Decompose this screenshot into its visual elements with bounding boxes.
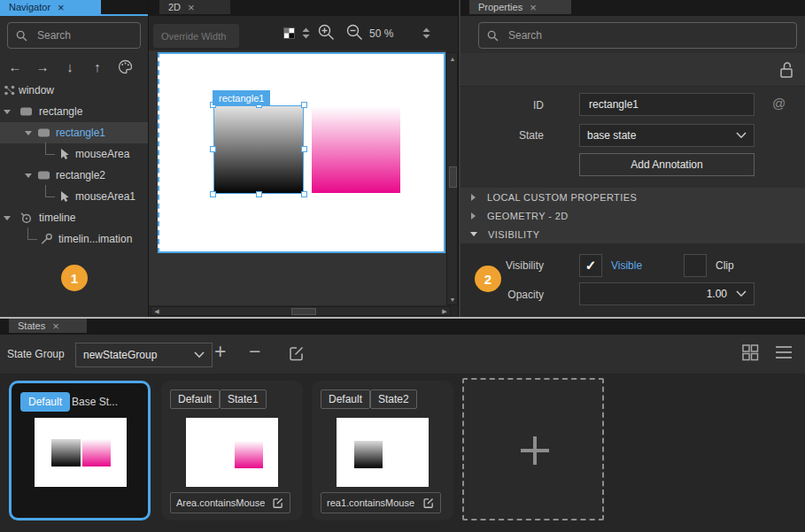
id-input[interactable] — [587, 97, 747, 112]
thumbnail-rectangle2 — [235, 441, 263, 468]
tree-item-mousearea[interactable]: mouseArea — [0, 143, 149, 165]
tab-states[interactable]: States × — [9, 319, 87, 333]
state-card-state2[interactable]: Default State2 rea1.containsMouse — [312, 381, 453, 520]
expander-icon[interactable] — [25, 173, 32, 178]
section-visibility[interactable]: VISIBILITY — [461, 225, 805, 244]
close-icon[interactable]: × — [188, 2, 195, 13]
minus-icon: − — [249, 340, 260, 363]
add-annotation-button[interactable]: Add Annotation — [579, 153, 755, 176]
close-icon[interactable]: × — [52, 320, 59, 332]
add-state-slot[interactable] — [462, 378, 604, 520]
color-palette-button[interactable] — [115, 57, 135, 76]
tab-navigator[interactable]: Navigator × — [0, 0, 101, 14]
add-state-group-button[interactable]: + — [214, 340, 226, 364]
expander-icon[interactable] — [4, 110, 11, 114]
collapsed-arrow-icon — [471, 212, 476, 220]
visibility-section-body — [461, 243, 805, 317]
edit-icon[interactable] — [422, 497, 435, 509]
scroll-down-button[interactable]: ▼ — [447, 294, 458, 305]
rename-state-group-button[interactable] — [288, 344, 306, 362]
lock-button[interactable] — [777, 60, 796, 80]
expander-icon[interactable] — [4, 216, 11, 220]
move-down-button[interactable]: ↓ — [60, 57, 80, 76]
selection-handle[interactable] — [256, 191, 262, 197]
horizontal-scrollbar-thumb[interactable] — [291, 308, 316, 315]
canvas-item-rectangle1[interactable] — [214, 106, 303, 193]
override-width-field[interactable] — [153, 24, 239, 48]
scroll-right-button[interactable]: ▶ — [439, 307, 450, 316]
default-badge[interactable]: Default — [321, 389, 370, 409]
move-forward-button[interactable]: → — [33, 57, 52, 76]
selection-handle[interactable] — [210, 146, 216, 152]
tree-item-rectangle1[interactable]: rectangle1 — [0, 122, 149, 143]
state-card-state1[interactable]: Default State1 Area.containsMouse — [161, 381, 303, 520]
zoom-out-button[interactable] — [345, 23, 364, 42]
expander-icon[interactable] — [25, 131, 32, 135]
down-arrow-icon: ↓ — [66, 59, 74, 74]
section-local-custom-properties[interactable]: LOCAL CUSTOM PROPERTIES — [461, 188, 805, 207]
tab-2d[interactable]: 2D × — [159, 0, 230, 14]
selection-handle[interactable] — [301, 102, 307, 108]
navigator-search[interactable] — [7, 22, 141, 49]
canvas-toolbar: 50 % — [149, 16, 459, 50]
state-card-base[interactable]: Default Base St... — [9, 381, 151, 520]
canvas-item-rectangle2[interactable] — [312, 106, 400, 193]
tree-item-rectangle[interactable]: rectangle — [0, 101, 149, 122]
selection-handle[interactable] — [210, 191, 216, 197]
visible-checkbox[interactable]: ✓ — [579, 254, 602, 277]
state-label: State — [461, 129, 544, 142]
rectangle-icon — [38, 172, 50, 180]
remove-state-group-button[interactable]: − — [249, 340, 260, 364]
edit-icon[interactable] — [272, 497, 284, 509]
selection-handle[interactable] — [301, 191, 307, 197]
list-view-button[interactable] — [775, 344, 793, 360]
background-color-button[interactable] — [283, 27, 295, 39]
move-backward-button[interactable]: ← — [5, 57, 25, 76]
when-condition-field[interactable]: rea1.containsMouse — [321, 492, 441, 513]
state-dropdown[interactable]: base state — [579, 124, 755, 147]
horizontal-scrollbar[interactable]: ◀ ▶ — [151, 306, 451, 316]
tree-item-window[interactable]: window — [0, 80, 149, 101]
properties-search-input[interactable] — [507, 28, 788, 42]
override-width-input[interactable] — [159, 30, 233, 42]
tree-connector — [45, 143, 55, 155]
state-name-badge[interactable]: State2 — [370, 389, 417, 409]
clip-label: Clip — [716, 259, 734, 272]
vertical-scrollbar[interactable]: ▲ ▼ — [446, 52, 458, 305]
export-alias-button[interactable]: @ — [772, 96, 786, 111]
state-name-badge[interactable]: State1 — [220, 389, 267, 409]
tree-item-rectangle2[interactable]: rectangle2 — [0, 165, 149, 186]
section-geometry-2d[interactable]: GEOMETRY - 2D — [461, 206, 805, 226]
opacity-field[interactable]: 1.00 — [579, 282, 755, 305]
scroll-left-button[interactable]: ◀ — [151, 307, 162, 316]
selection-handle[interactable] — [301, 146, 307, 152]
default-badge[interactable]: Default — [170, 389, 220, 409]
root-item-canvas[interactable]: rectangle1 — [158, 52, 445, 253]
vertical-scrollbar-thumb[interactable] — [449, 166, 457, 188]
state-thumbnail[interactable] — [186, 418, 278, 487]
id-field[interactable] — [579, 93, 755, 116]
background-color-stepper[interactable] — [301, 27, 311, 39]
navigator-search-input[interactable] — [35, 28, 132, 42]
move-up-button[interactable]: ↑ — [88, 57, 107, 76]
zoom-level-stepper[interactable] — [422, 27, 431, 39]
zoom-in-button[interactable] — [317, 23, 336, 42]
properties-search[interactable] — [478, 22, 797, 49]
tree-item-timeline[interactable]: timeline — [0, 207, 149, 228]
close-icon[interactable]: × — [530, 2, 537, 13]
clip-checkbox[interactable] — [684, 254, 707, 277]
state-thumbnail[interactable] — [337, 418, 429, 487]
tree-item-mousearea1[interactable]: mouseArea1 — [0, 186, 149, 207]
when-condition-field[interactable]: Area.containsMouse — [170, 492, 290, 513]
scroll-up-button[interactable]: ▲ — [447, 53, 458, 64]
canvas-viewport[interactable]: rectangle1 ▲ ▼ — [149, 50, 446, 305]
thumbnail-view-button[interactable] — [741, 343, 759, 361]
default-state-badge[interactable]: Default — [20, 392, 70, 412]
close-icon[interactable]: × — [58, 2, 65, 13]
state-thumbnail[interactable] — [35, 418, 127, 487]
left-arrow-icon: ← — [9, 59, 22, 74]
state-group-dropdown[interactable]: newStateGroup — [75, 343, 213, 367]
tree-item-timeline-animation[interactable]: timelin...imation — [0, 228, 149, 250]
tab-properties[interactable]: Properties × — [469, 0, 571, 14]
timeline-icon — [19, 212, 33, 225]
